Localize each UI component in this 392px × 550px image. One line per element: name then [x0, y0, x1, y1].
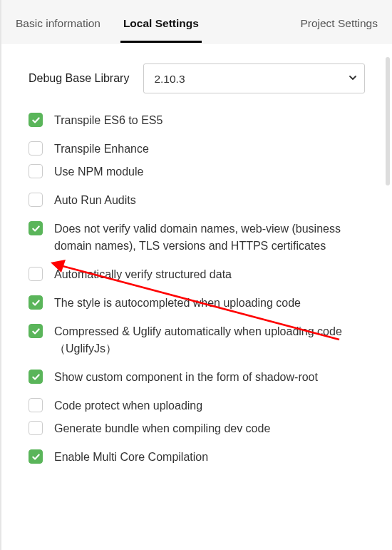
scrollbar-thumb[interactable]: [386, 57, 390, 185]
option-checkbox[interactable]: [29, 449, 43, 464]
option-checkbox[interactable]: [29, 295, 43, 310]
option-label: The style is autocompleted when uploadin…: [54, 295, 365, 312]
option-row: Transpile Enhance: [29, 141, 365, 158]
settings-panel: Basic information Local Settings Project…: [0, 0, 392, 550]
option-row: Transpile ES6 to ES5: [29, 112, 365, 129]
option-checkbox[interactable]: [29, 267, 43, 281]
option-checkbox[interactable]: [29, 221, 43, 235]
option-checkbox[interactable]: [29, 398, 43, 412]
option-checkbox[interactable]: [29, 113, 43, 127]
option-label: Show custom component in the form of sha…: [54, 369, 365, 386]
option-row: Auto Run Audits: [29, 192, 365, 209]
option-checkbox[interactable]: [29, 324, 43, 338]
option-row: Show custom component in the form of sha…: [29, 369, 365, 386]
option-checkbox[interactable]: [29, 370, 43, 384]
content-area: Debug Base Library 2.10.3 Transpile ES6 …: [1, 44, 392, 544]
option-label: Does not verify valid domain names, web-…: [54, 220, 365, 255]
option-label: Generate bundle when compiling dev code: [54, 420, 365, 437]
debug-library-label: Debug Base Library: [29, 72, 129, 85]
option-checkbox[interactable]: [29, 164, 43, 178]
option-label: Transpile Enhance: [54, 141, 365, 158]
options-list: Transpile ES6 to ES5Transpile EnhanceUse…: [29, 112, 365, 466]
option-label: Compressed & Uglify automatically when u…: [54, 323, 365, 357]
option-row: Use NPM module: [29, 163, 365, 180]
option-label: Enable Multi Core Compilation: [54, 449, 365, 466]
tab-project-settings[interactable]: Project Settings: [289, 0, 378, 43]
option-checkbox[interactable]: [29, 141, 43, 156]
tabs: Basic information Local Settings Project…: [1, 0, 392, 44]
option-row: Code protect when uploading: [29, 397, 365, 414]
option-label: Transpile ES6 to ES5: [54, 112, 365, 129]
option-row: Automatically verify structured data: [29, 266, 365, 283]
debug-library-select-wrap: 2.10.3: [143, 63, 365, 93]
option-row: Does not verify valid domain names, web-…: [29, 220, 365, 255]
option-row: Compressed & Uglify automatically when u…: [29, 323, 365, 357]
option-row: Generate bundle when compiling dev code: [29, 420, 365, 437]
option-row: The style is autocompleted when uploadin…: [29, 295, 365, 312]
option-label: Code protect when uploading: [54, 397, 365, 414]
option-row: Enable Multi Core Compilation: [29, 449, 365, 466]
option-label: Use NPM module: [54, 163, 365, 180]
option-label: Auto Run Audits: [54, 192, 365, 209]
tab-basic-information[interactable]: Basic information: [16, 0, 112, 43]
option-checkbox[interactable]: [29, 421, 43, 435]
debug-library-select[interactable]: 2.10.3: [143, 63, 365, 93]
option-checkbox[interactable]: [29, 193, 43, 207]
debug-library-row: Debug Base Library 2.10.3: [29, 63, 365, 93]
tab-local-settings[interactable]: Local Settings: [112, 0, 210, 43]
option-label: Automatically verify structured data: [54, 266, 365, 283]
